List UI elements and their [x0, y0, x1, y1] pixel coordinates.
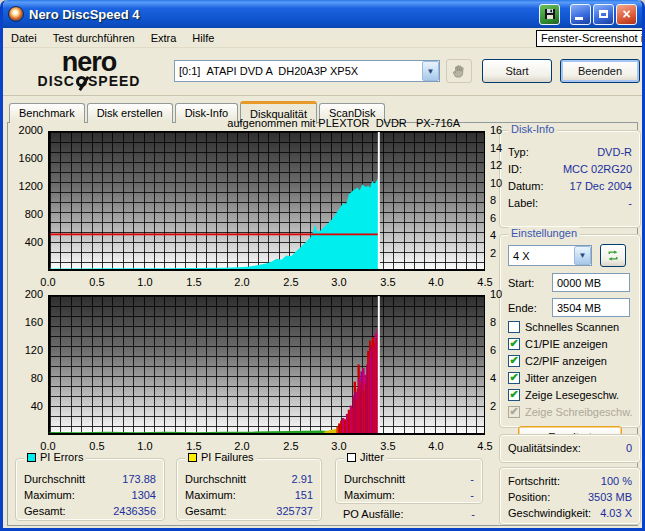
chevron-down-icon[interactable]: ▼: [574, 246, 591, 265]
pi-failures-chart: 20016012080401086420.00.51.01.52.02.53.0…: [11, 295, 531, 455]
axis-tick: 3.5: [376, 440, 400, 452]
tooltip-screenshot: Fenster-Screenshot in: [536, 30, 645, 47]
axis-tick: 2: [490, 400, 514, 412]
refresh-icon: [607, 248, 619, 263]
menu-item-extra[interactable]: Extra: [143, 30, 185, 46]
stat-row: Durchschnitt-: [336, 473, 482, 485]
stat-row: Maximum:1304: [16, 489, 164, 501]
recorder-caption: aufgenommen mit PLEXTOR DVDR PX-716A: [48, 117, 460, 129]
stop-button[interactable]: [446, 59, 472, 83]
maximize-button[interactable]: [593, 4, 614, 25]
axis-tick: 80: [11, 372, 43, 384]
axis-tick: 2.5: [279, 276, 303, 288]
minimize-icon: [575, 17, 583, 20]
window-title: Nero DiscSpeed 4: [29, 7, 537, 22]
axis-tick: 2.0: [230, 276, 254, 288]
screenshot-button[interactable]: [539, 4, 560, 25]
pi-failures-panel: PI Failures Durchschnitt2.91 Maximum:151…: [176, 458, 322, 521]
axis-tick: 3.0: [327, 440, 351, 452]
axis-tick: 1.5: [182, 276, 206, 288]
axis-tick: 4: [490, 229, 514, 241]
axis-tick: 8: [490, 316, 514, 328]
close-button[interactable]: ×: [616, 4, 637, 25]
stat-row: Gesamt:2436356: [16, 505, 164, 517]
axis-tick: 400: [11, 236, 43, 248]
axis-tick: 2000: [11, 124, 43, 136]
jitter-panel: Jitter Durchschnitt- Maximum:-: [335, 458, 483, 504]
axis-tick: 2: [490, 247, 514, 259]
axis-tick: 160: [11, 316, 43, 328]
start-field[interactable]: [552, 273, 630, 292]
drive-select[interactable]: [0:1] ATAPI DVD A DH20A3P XP5X ▼: [174, 60, 440, 82]
axis-tick: 14: [490, 142, 514, 154]
logo-speed-text: SPEED: [88, 73, 140, 89]
stat-row: Gesamt:325737: [177, 505, 321, 517]
pi-errors-chart: 2000160012008004001614121086420.00.51.01…: [11, 131, 531, 291]
axis-tick: 200: [11, 288, 43, 300]
axis-tick: 3.0: [327, 276, 351, 288]
axis-tick: 6: [490, 212, 514, 224]
logo-disc-text: DISC: [38, 73, 75, 89]
menu-item-test-durchfuehren[interactable]: Test durchführen: [45, 30, 143, 46]
axis-tick: 4.5: [473, 440, 497, 452]
axis-tick: 4: [490, 372, 514, 384]
logo-nero-text: nero: [29, 51, 149, 73]
axis-tick: 12: [490, 159, 514, 171]
menu-item-datei[interactable]: Datei: [3, 30, 45, 46]
axis-tick: 10: [490, 288, 514, 300]
pi-errors-plot: [48, 131, 485, 271]
header-toolbar: nero DISC SPEED [0:1] ATAPI DVD A DH20A3…: [3, 48, 642, 96]
app-window: Nero DiscSpeed 4 × Datei Test durchführe…: [0, 0, 645, 531]
end-field[interactable]: [552, 298, 630, 317]
axis-tick: 4.0: [424, 440, 448, 452]
axis-tick: 1200: [11, 180, 43, 192]
axis-tick: 0.5: [85, 276, 109, 288]
axis-tick: 0.0: [36, 440, 60, 452]
disc-icon: [76, 76, 87, 87]
refresh-button[interactable]: [600, 244, 626, 267]
axis-tick: 2.0: [230, 440, 254, 452]
axis-tick: 0.0: [36, 276, 60, 288]
floppy-icon: [544, 8, 556, 20]
chevron-down-icon[interactable]: ▼: [422, 61, 439, 81]
stop-hand-icon: [451, 63, 467, 79]
drive-select-value: [0:1] ATAPI DVD A DH20A3P XP5X: [175, 65, 422, 77]
maximize-icon: [599, 10, 608, 18]
quit-button[interactable]: Beenden: [560, 59, 640, 83]
stat-row: Durchschnitt173.88: [16, 473, 164, 485]
axis-tick: 16: [490, 124, 514, 136]
minimize-button[interactable]: [570, 4, 591, 25]
axis-tick: 0.5: [85, 440, 109, 452]
progress-panel: Fortschritt:100 % Position:3503 MB Gesch…: [499, 467, 641, 525]
start-button[interactable]: Start: [482, 59, 552, 83]
progress-row: Fortschritt:100 %: [500, 475, 640, 487]
pi-errors-panel: PI Errors Durchschnitt173.88 Maximum:130…: [15, 458, 165, 521]
axis-tick: 800: [11, 208, 43, 220]
pi-failures-plot: [48, 295, 485, 435]
stat-row: Maximum:151: [177, 489, 321, 501]
menu-item-hilfe[interactable]: Hilfe: [184, 30, 222, 46]
po-failures-row: PO Ausfälle:-: [335, 508, 483, 520]
axis-tick: 1.5: [182, 440, 206, 452]
axis-tick: 2.5: [279, 440, 303, 452]
titlebar: Nero DiscSpeed 4 ×: [3, 0, 642, 28]
axis-tick: 8: [490, 194, 514, 206]
stat-row: Maximum:-: [336, 489, 482, 501]
progress-row: Position:3503 MB: [500, 491, 640, 503]
axis-tick: 4.0: [424, 276, 448, 288]
axis-tick: 4.5: [473, 276, 497, 288]
stat-row: Durchschnitt2.91: [177, 473, 321, 485]
axis-tick: 3.5: [376, 276, 400, 288]
axis-tick: 40: [11, 400, 43, 412]
app-icon: [8, 6, 24, 22]
nero-discspeed-logo: nero DISC SPEED: [29, 51, 149, 89]
axis-tick: 1.0: [133, 440, 157, 452]
axis-tick: 1.0: [133, 276, 157, 288]
progress-row: Geschwindigkeit:4.03 X: [500, 507, 640, 519]
close-icon: ×: [622, 7, 630, 21]
axis-tick: 120: [11, 344, 43, 356]
axis-tick: 6: [490, 344, 514, 356]
axis-tick: 1600: [11, 152, 43, 164]
axis-tick: 10: [490, 177, 514, 189]
